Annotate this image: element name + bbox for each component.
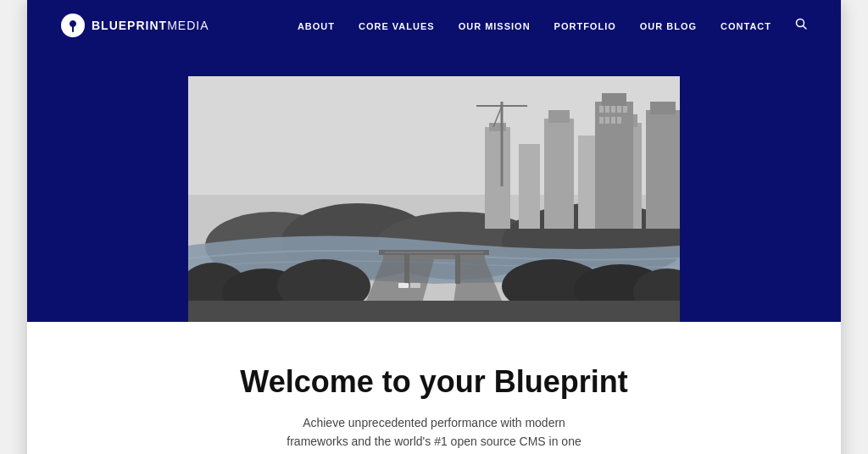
page-heading: Welcome to your Blueprint (61, 364, 807, 400)
svg-rect-28 (617, 117, 621, 124)
svg-rect-9 (485, 127, 510, 229)
content-section: Welcome to your Blueprint Achieve unprec… (27, 322, 841, 454)
browser-window: BLUEPRINTMEDIA ABOUT CORE VALUES OUR MIS… (27, 0, 841, 454)
svg-rect-47 (410, 283, 420, 288)
svg-rect-45 (188, 301, 680, 322)
logo-icon (61, 14, 85, 37)
nav-item-our-mission[interactable]: OUR MISSION (459, 18, 531, 33)
svg-rect-19 (602, 93, 626, 106)
svg-rect-13 (548, 110, 570, 123)
nav-item-about[interactable]: ABOUT (298, 18, 335, 33)
nav-item-contact[interactable]: CONTACT (721, 18, 771, 33)
logo-text: BLUEPRINTMEDIA (92, 19, 209, 32)
hero-section (27, 51, 841, 322)
navbar: BLUEPRINTMEDIA ABOUT CORE VALUES OUR MIS… (27, 0, 841, 51)
svg-rect-20 (599, 106, 604, 113)
nav-item-portfolio[interactable]: PORTFOLIO (554, 18, 616, 33)
svg-rect-30 (650, 102, 676, 114)
svg-line-2 (804, 26, 807, 30)
svg-rect-46 (398, 283, 409, 288)
svg-rect-23 (617, 106, 621, 113)
cityscape-svg (188, 76, 680, 322)
svg-rect-12 (544, 119, 574, 229)
page-description: Achieve unprecedented performance with m… (281, 413, 587, 454)
svg-rect-25 (599, 117, 604, 124)
svg-point-0 (70, 21, 76, 27)
svg-rect-24 (623, 106, 627, 113)
search-icon[interactable] (795, 18, 807, 33)
nav-links: ABOUT CORE VALUES OUR MISSION PORTFOLIO … (298, 18, 807, 33)
nav-item-our-blog[interactable]: OUR BLOG (640, 18, 697, 33)
svg-rect-27 (611, 117, 615, 124)
svg-rect-11 (519, 144, 540, 229)
svg-rect-29 (646, 110, 680, 229)
nav-item-core-values[interactable]: CORE VALUES (359, 18, 435, 33)
svg-rect-22 (611, 106, 615, 113)
svg-rect-10 (489, 123, 506, 131)
svg-rect-21 (605, 106, 609, 113)
hero-image (188, 76, 680, 322)
logo: BLUEPRINTMEDIA (61, 14, 209, 37)
svg-rect-26 (605, 117, 609, 124)
